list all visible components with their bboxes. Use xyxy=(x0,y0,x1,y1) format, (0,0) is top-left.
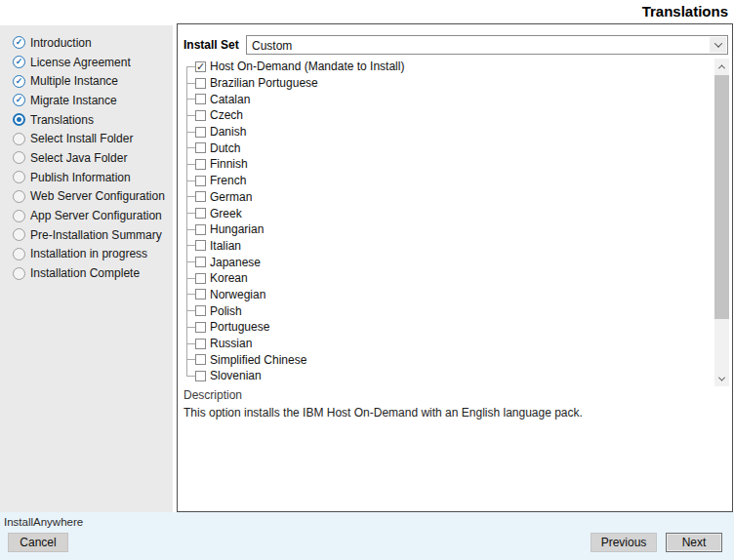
scrollbar-thumb[interactable] xyxy=(714,75,729,319)
tree-branch-stub xyxy=(186,294,195,295)
tree-branch-stub xyxy=(186,115,195,116)
install-set-dropdown[interactable]: Custom xyxy=(246,35,728,55)
cancel-button[interactable]: Cancel xyxy=(8,533,68,552)
language-row: Brazilian Portuguese xyxy=(178,75,732,92)
tree-branch-stub xyxy=(186,99,195,100)
language-row: Norwegian xyxy=(178,287,732,303)
step-label: Migrate Instance xyxy=(30,94,117,107)
language-row: ✓ Host On-Demand (Mandate to Install) xyxy=(178,59,732,75)
language-row: Catalan xyxy=(178,91,732,107)
chevron-up-icon xyxy=(718,64,725,71)
language-label[interactable]: Portuguese xyxy=(209,320,269,334)
language-row: Korean xyxy=(178,270,732,287)
tree-branch-stub xyxy=(186,278,195,279)
language-checkbox[interactable] xyxy=(195,257,206,267)
language-label[interactable]: Korean xyxy=(209,271,248,285)
completed-check-icon: ✓ xyxy=(13,36,25,49)
language-label[interactable]: Norwegian xyxy=(209,288,265,301)
language-checkbox[interactable] xyxy=(195,305,206,316)
previous-button[interactable]: Previous xyxy=(591,533,657,552)
chevron-down-icon xyxy=(714,39,721,47)
language-row: Russian xyxy=(178,336,732,352)
language-label[interactable]: Dutch xyxy=(209,141,240,155)
step-label: Select Install Folder xyxy=(30,132,133,145)
next-button[interactable]: Next xyxy=(666,533,722,552)
description-label: Description xyxy=(184,388,242,402)
language-label[interactable]: Simplified Chinese xyxy=(209,353,306,367)
tree-branch-stub xyxy=(186,310,195,311)
tree-branch-stub xyxy=(186,213,195,214)
language-checkbox[interactable] xyxy=(195,191,206,202)
language-checkbox[interactable] xyxy=(195,240,206,251)
language-row: German xyxy=(178,189,732,206)
language-tree-list: ✓ Host On-Demand (Mandate to Install) Br… xyxy=(178,59,732,383)
language-checkbox[interactable] xyxy=(195,273,206,284)
sidebar-item-app-server-configuration: App Server Configuration xyxy=(13,206,173,225)
language-checkbox[interactable] xyxy=(195,322,206,333)
language-label[interactable]: Russian xyxy=(209,337,252,350)
sidebar-item-introduction: ✓ Introduction xyxy=(13,33,173,53)
language-checkbox[interactable] xyxy=(195,354,206,365)
language-row: Dutch xyxy=(178,140,732,156)
sidebar-item-installation-complete: Installation Complete xyxy=(13,263,173,283)
language-row: Finnish xyxy=(178,156,732,173)
tree-branch-stub xyxy=(186,196,195,197)
page-title: Translations xyxy=(642,3,728,20)
language-label[interactable]: Catalan xyxy=(209,93,250,106)
language-label[interactable]: Greek xyxy=(209,207,242,220)
language-label[interactable]: Brazilian Portuguese xyxy=(209,76,318,90)
wizard-steps-sidebar: ✓ Introduction ✓ License Agreement ✓ Mul… xyxy=(0,25,173,512)
step-label: Introduction xyxy=(30,36,92,50)
language-checkbox[interactable] xyxy=(195,159,206,170)
step-label: Publish Information xyxy=(30,171,131,184)
language-checkbox[interactable] xyxy=(195,78,206,89)
dropdown-button[interactable] xyxy=(710,37,726,53)
tree-branch-stub xyxy=(186,376,195,377)
language-label[interactable]: Slovenian xyxy=(209,369,262,382)
language-label[interactable]: Finnish xyxy=(209,157,248,171)
step-label: App Server Configuration xyxy=(30,209,162,222)
pending-step-circle-icon xyxy=(13,267,25,280)
language-checkbox[interactable] xyxy=(195,176,206,186)
tree-branch-stub xyxy=(186,359,195,360)
language-label[interactable]: French xyxy=(209,174,246,187)
language-checkbox[interactable] xyxy=(195,142,206,153)
description-text: This option installs the IBM Host On-Dem… xyxy=(184,406,583,420)
language-checkbox[interactable] xyxy=(195,371,206,381)
tree-branch-stub xyxy=(186,164,195,165)
step-label: Pre-Installation Summary xyxy=(30,228,162,242)
language-label[interactable]: Polish xyxy=(209,304,242,318)
language-label[interactable]: German xyxy=(209,190,252,204)
language-label[interactable]: Host On-Demand (Mandate to Install) xyxy=(209,60,404,73)
chevron-down-icon xyxy=(718,374,725,380)
language-checkbox[interactable] xyxy=(195,208,206,219)
sidebar-item-installation-in-progress: Installation in progress xyxy=(13,245,173,264)
language-label[interactable]: Japanese xyxy=(209,256,261,269)
tree-branch-stub xyxy=(186,327,195,328)
language-checkbox[interactable] xyxy=(195,110,206,121)
sidebar-item-select-java-folder: Select Java Folder xyxy=(13,148,173,168)
language-checkbox[interactable] xyxy=(195,224,206,235)
language-label[interactable]: Danish xyxy=(209,125,246,139)
completed-check-icon: ✓ xyxy=(13,75,25,88)
pending-step-circle-icon xyxy=(13,210,25,222)
pending-step-circle-icon xyxy=(13,190,25,203)
installer-window: Translations ✓ Introduction ✓ License Ag… xyxy=(0,0,734,560)
list-scrollbar[interactable] xyxy=(714,59,729,386)
language-checkbox[interactable] xyxy=(195,289,206,300)
scroll-up-button[interactable] xyxy=(714,59,729,74)
step-label: Translations xyxy=(30,113,94,127)
language-checkbox[interactable]: ✓ xyxy=(195,61,206,72)
step-label: Multiple Instance xyxy=(30,74,118,88)
language-label[interactable]: Hungarian xyxy=(209,222,264,236)
scroll-down-button[interactable] xyxy=(714,371,729,386)
language-checkbox[interactable] xyxy=(195,127,206,138)
tree-branch-stub xyxy=(186,132,195,133)
language-label[interactable]: Czech xyxy=(209,108,243,122)
language-label[interactable]: Italian xyxy=(209,239,241,253)
tree-branch-stub xyxy=(186,66,195,67)
current-step-radio-icon xyxy=(13,113,25,126)
language-checkbox[interactable] xyxy=(195,94,206,104)
language-checkbox[interactable] xyxy=(195,339,206,349)
sidebar-item-license-agreement: ✓ License Agreement xyxy=(13,53,173,72)
